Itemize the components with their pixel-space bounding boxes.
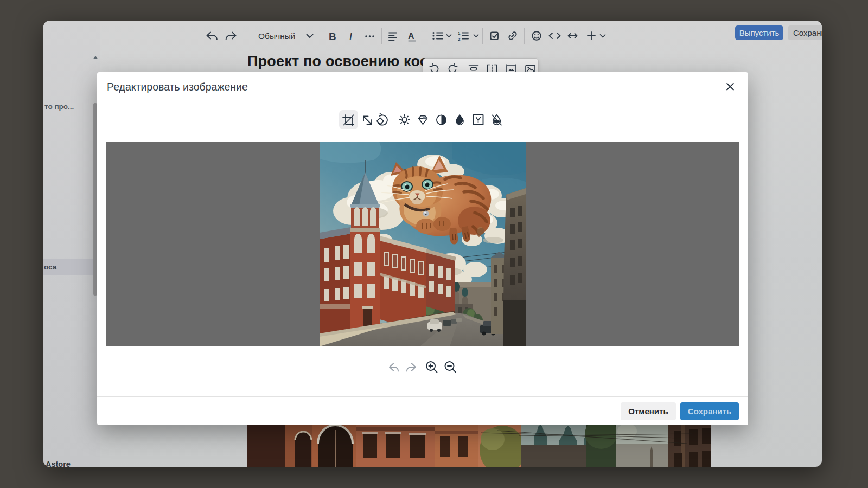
svg-text:I: I bbox=[348, 30, 353, 42]
svg-text:1: 1 bbox=[458, 31, 461, 36]
svg-text:2: 2 bbox=[458, 37, 461, 42]
svg-text:A: A bbox=[408, 31, 414, 41]
svg-text:B: B bbox=[329, 31, 336, 42]
